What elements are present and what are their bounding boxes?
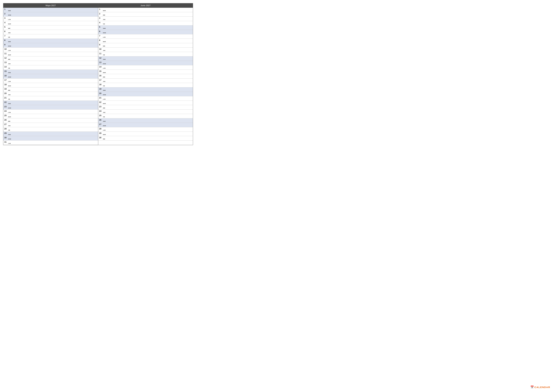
- day-row[interactable]: 8SAB: [3, 39, 98, 43]
- day-row[interactable]: 7VIE: [3, 34, 98, 39]
- day-name: MIE: [8, 28, 10, 29]
- day-row[interactable]: 18VIE: [98, 83, 193, 87]
- day-row[interactable]: 4VIE: [98, 21, 193, 25]
- day-row[interactable]: 5SAB: [98, 25, 193, 30]
- day-row[interactable]: 17JUE: [98, 78, 193, 83]
- day-name: JUE: [8, 94, 11, 96]
- day-row[interactable]: 30MIE: [98, 136, 193, 141]
- day-row[interactable]: 28LUN: [98, 127, 193, 132]
- day-row[interactable]: 25MAR: [3, 114, 98, 118]
- day-row[interactable]: 23DOM: [3, 105, 98, 110]
- day-row[interactable]: 20JUE: [3, 92, 98, 96]
- day-row[interactable]: 28VIE: [3, 127, 98, 132]
- day-row[interactable]: 26SAB: [98, 118, 193, 123]
- day-row[interactable]: 12SAB: [98, 57, 193, 61]
- day-name: DOM: [8, 107, 11, 109]
- day-row[interactable]: 15SAB: [3, 70, 98, 74]
- day-row[interactable]: 31LUN: [3, 141, 98, 145]
- day-number: 11: [99, 52, 103, 55]
- day-name: SAB: [103, 90, 106, 91]
- day-row[interactable]: 3JUE: [98, 17, 193, 21]
- day-row[interactable]: 2MIE: [98, 12, 193, 17]
- day-name: VIE: [103, 54, 105, 56]
- junio-column: Junio 2027 1MAR2MIE3JUE4VIE5SAB6DOM7LUN8…: [98, 3, 193, 145]
- day-row[interactable]: 29SAB: [3, 132, 98, 136]
- day-row[interactable]: 16MIE: [98, 74, 193, 78]
- day-name: MAR: [103, 72, 106, 74]
- day-row[interactable]: 14VIE: [3, 65, 98, 70]
- day-row[interactable]: 17LUN: [3, 78, 98, 83]
- day-name: SAB: [103, 121, 106, 122]
- day-row[interactable]: 10JUE: [98, 48, 193, 52]
- day-row[interactable]: 3LUN: [3, 17, 98, 21]
- day-row[interactable]: 26MIE: [3, 118, 98, 123]
- day-row[interactable]: 9DOM: [3, 43, 98, 48]
- day-number: 22: [99, 101, 103, 104]
- day-row[interactable]: 27JUE: [3, 123, 98, 127]
- day-row[interactable]: 21VIE: [3, 96, 98, 101]
- day-row[interactable]: 19SAB: [98, 87, 193, 92]
- day-row[interactable]: 11MAR: [3, 52, 98, 57]
- day-number: 15: [4, 70, 8, 72]
- day-name: JUE: [103, 50, 106, 51]
- day-row[interactable]: 4MAR: [3, 21, 98, 25]
- day-row[interactable]: 1MAR: [98, 8, 193, 12]
- day-row[interactable]: 13JUE: [3, 61, 98, 65]
- day-row[interactable]: 15MAR: [98, 70, 193, 74]
- day-row[interactable]: 19MIE: [3, 87, 98, 92]
- day-row[interactable]: 21LUN: [98, 96, 193, 101]
- day-row[interactable]: 12MIE: [3, 57, 98, 61]
- day-number: 27: [99, 123, 103, 126]
- day-row[interactable]: 22MAR: [98, 101, 193, 105]
- day-number: 25: [4, 114, 8, 117]
- day-number: 23: [99, 106, 103, 108]
- day-row[interactable]: 11VIE: [98, 52, 193, 57]
- day-name: MIE: [103, 107, 105, 109]
- day-name: VIE: [103, 116, 105, 118]
- day-row[interactable]: 23MIE: [98, 105, 193, 110]
- day-name: LUN: [8, 19, 11, 21]
- day-row[interactable]: 5MIE: [3, 25, 98, 30]
- day-row[interactable]: 10LUN: [3, 48, 98, 52]
- day-number: 29: [4, 132, 8, 135]
- day-row[interactable]: 27DOM: [98, 123, 193, 127]
- day-name: MIE: [103, 138, 105, 140]
- day-row[interactable]: 6DOM: [98, 30, 193, 34]
- day-row[interactable]: 18MAR: [3, 83, 98, 87]
- day-name: SAB: [8, 41, 11, 43]
- day-number: 17: [4, 79, 8, 81]
- day-number: 9: [4, 43, 8, 46]
- day-row[interactable]: 6JUE: [3, 30, 98, 34]
- day-name: MAR: [103, 103, 106, 105]
- day-name: MAR: [103, 134, 106, 136]
- day-number: 6: [99, 30, 103, 33]
- day-name: MIE: [8, 59, 10, 60]
- day-number: 14: [4, 66, 8, 68]
- day-number: 3: [4, 17, 8, 19]
- day-number: 30: [4, 136, 8, 139]
- day-number: 17: [99, 79, 103, 81]
- day-row[interactable]: 7LUN: [98, 34, 193, 39]
- day-row[interactable]: 16DOM: [3, 74, 98, 78]
- day-row[interactable]: 13DOM: [98, 61, 193, 65]
- day-number: 19: [99, 88, 103, 90]
- day-row[interactable]: 25VIE: [98, 114, 193, 118]
- day-name: SAB: [103, 59, 106, 60]
- day-number: 13: [4, 61, 8, 64]
- day-name: DOM: [103, 125, 106, 127]
- day-number: 12: [4, 57, 8, 59]
- day-row[interactable]: 9MIE: [98, 43, 193, 48]
- day-name: MIE: [8, 121, 10, 122]
- day-number: 26: [4, 119, 8, 121]
- day-row[interactable]: 8MAR: [98, 39, 193, 43]
- day-row[interactable]: 29MAR: [98, 132, 193, 136]
- day-number: 10: [4, 48, 8, 50]
- day-row[interactable]: 22SAB: [3, 101, 98, 105]
- day-row[interactable]: 2DOM: [3, 12, 98, 17]
- day-row[interactable]: 20DOM: [98, 92, 193, 96]
- day-row[interactable]: 30DOM: [3, 136, 98, 141]
- day-row[interactable]: 1SAB: [3, 8, 98, 12]
- day-row[interactable]: 24LUN: [3, 110, 98, 114]
- day-row[interactable]: 24JUE: [98, 110, 193, 114]
- day-row[interactable]: 14LUN: [98, 65, 193, 70]
